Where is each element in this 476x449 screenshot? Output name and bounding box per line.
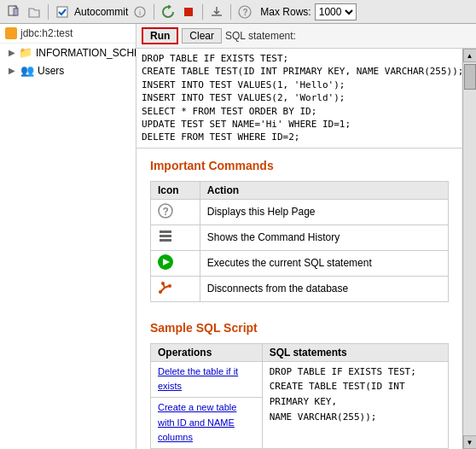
- svg-point-14: [161, 282, 165, 285]
- sample-sql-title: Sample SQL Script: [150, 321, 449, 335]
- right-panel: Run Clear SQL statement: DROP TABLE IF E…: [136, 24, 476, 449]
- export-icon[interactable]: [208, 3, 225, 20]
- help-icon[interactable]: ?: [236, 3, 253, 20]
- op-link-1b[interactable]: with ID and NAME columns: [158, 416, 255, 446]
- svg-rect-12: [160, 239, 171, 242]
- refresh-icon[interactable]: [160, 3, 177, 20]
- svg-point-13: [159, 290, 162, 294]
- expand-icon-users: ▶: [9, 66, 17, 75]
- open-icon[interactable]: [26, 3, 43, 20]
- svg-text:?: ?: [243, 8, 248, 17]
- sample-row-0: Delete the table if it exists DROP TABLE…: [151, 361, 449, 397]
- max-rows-select[interactable]: 1000 100 500 5000: [315, 3, 357, 20]
- commands-table: Icon Action ? Displays this Help Page: [150, 181, 449, 302]
- autocommit-info-icon[interactable]: i: [131, 3, 148, 20]
- db-connection[interactable]: jdbc:h2:test: [0, 24, 136, 44]
- max-rows-label: Max Rows:: [260, 6, 311, 18]
- sql-editor[interactable]: DROP TABLE IF EXISTS TEST; CREATE TABLE …: [136, 49, 462, 149]
- cmd-row-help: ? Displays this Help Page: [151, 199, 449, 224]
- separator-3: [202, 4, 203, 20]
- svg-rect-2: [57, 7, 67, 17]
- separator-1: [48, 4, 49, 20]
- op-link-0[interactable]: Delete the table if it exists: [158, 364, 255, 394]
- tree-label-info-schema: INFORMATION_SCHEMA: [36, 47, 136, 59]
- important-commands-title: Important Commands: [150, 159, 449, 172]
- important-commands-section: Important Commands Icon Action ?: [136, 149, 462, 312]
- separator-4: [230, 4, 231, 20]
- vertical-scrollbar[interactable]: ▲ ▼: [462, 49, 476, 449]
- scroll-down-button[interactable]: ▼: [463, 435, 477, 449]
- run-button[interactable]: Run: [142, 27, 178, 44]
- sql-samples-table: Operations SQL statements Delete the tab…: [150, 343, 449, 449]
- clear-button[interactable]: Clear: [182, 28, 222, 44]
- cmd-row-history: Shows the Command History: [151, 224, 449, 250]
- col-action: Action: [200, 181, 448, 199]
- svg-text:i: i: [139, 9, 141, 17]
- scroll-area[interactable]: DROP TABLE IF EXISTS TEST; CREATE TABLE …: [136, 49, 462, 449]
- main-layout: jdbc:h2:test ▶ 📁 INFORMATION_SCHEMA ▶ 👥 …: [0, 24, 476, 449]
- cmd-icon-run: [151, 250, 200, 276]
- stop-icon[interactable]: [180, 3, 197, 20]
- cmd-action-history: Shows the Command History: [200, 224, 448, 250]
- left-panel: jdbc:h2:test ▶ 📁 INFORMATION_SCHEMA ▶ 👥 …: [0, 24, 136, 449]
- col-statements: SQL statements: [262, 343, 448, 361]
- sql-statement-label: SQL statement:: [225, 30, 296, 42]
- sample-sql-section: Sample SQL Script Operations SQL stateme…: [136, 312, 462, 449]
- tree-item-information-schema[interactable]: ▶ 📁 INFORMATION_SCHEMA: [0, 44, 136, 61]
- svg-rect-1: [14, 9, 18, 15]
- cmd-row-disconnect: Disconnects from the database: [151, 276, 449, 301]
- svg-rect-10: [160, 230, 171, 233]
- cmd-icon-history: [151, 224, 200, 250]
- op-link-1a[interactable]: Create a new table: [158, 400, 255, 416]
- svg-point-15: [168, 284, 171, 288]
- scroll-up-button[interactable]: ▲: [463, 49, 477, 62]
- col-operations: Operations: [151, 343, 263, 361]
- col-icon: Icon: [151, 181, 200, 199]
- db-name: jdbc:h2:test: [20, 27, 73, 39]
- content-wrapper: DROP TABLE IF EXISTS TEST; CREATE TABLE …: [136, 49, 476, 449]
- cmd-action-help: Displays this Help Page: [200, 199, 448, 224]
- db-icon: [5, 27, 17, 39]
- scroll-thumb[interactable]: [464, 64, 476, 90]
- toolbar: Autocommit i ? Max Rows: 1000 100 500 50…: [0, 0, 476, 24]
- cmd-icon-disconnect: [151, 276, 200, 301]
- separator-2: [154, 4, 154, 20]
- cmd-row-run: Executes the current SQL statement: [151, 250, 449, 276]
- sql-toolbar: Run Clear SQL statement:: [136, 24, 476, 49]
- sql-stmt-0: DROP TABLE IF EXISTS TEST; CREATE TABLE …: [270, 366, 416, 423]
- svg-rect-5: [184, 8, 193, 16]
- new-icon[interactable]: [5, 3, 22, 20]
- cmd-action-disconnect: Disconnects from the database: [200, 276, 448, 301]
- users-icon: 👥: [20, 64, 34, 77]
- folder-icon-info: 📁: [19, 46, 32, 59]
- expand-icon-info: ▶: [9, 48, 15, 57]
- svg-text:?: ?: [163, 206, 169, 218]
- cmd-icon-help: ?: [151, 199, 200, 224]
- svg-rect-11: [160, 235, 171, 237]
- cmd-action-run: Executes the current SQL statement: [200, 250, 448, 276]
- tree-label-users: Users: [38, 65, 64, 77]
- autocommit-checkbox[interactable]: [54, 3, 71, 20]
- autocommit-label: Autocommit: [74, 6, 128, 18]
- tree-item-users[interactable]: ▶ 👥 Users: [0, 61, 136, 79]
